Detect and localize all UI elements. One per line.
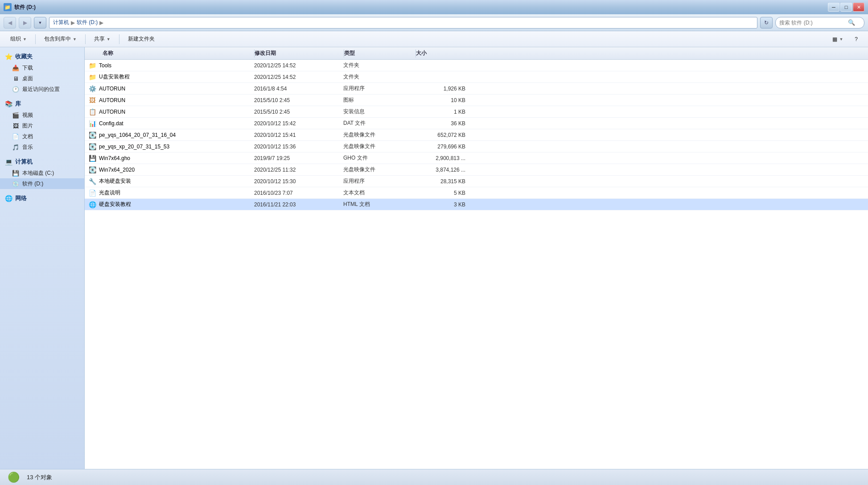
file-rows-container: 📁 Tools 2020/12/25 14:52 文件夹 📁 U盘安装教程 20… — [85, 60, 868, 210]
table-row[interactable]: 📁 U盘安装教程 2020/12/25 14:52 文件夹 — [85, 71, 868, 83]
titlebar-controls: ─ □ ✕ — [828, 3, 864, 12]
file-date-cell: 2020/12/25 14:52 — [254, 74, 343, 80]
titlebar-left: 📁 软件 (D:) — [4, 3, 36, 11]
minimize-button[interactable]: ─ — [828, 3, 839, 12]
file-name-cell: 📁 Tools — [85, 62, 254, 70]
sidebar-item-desktop[interactable]: 🖥 桌面 — [0, 73, 84, 84]
sidebar-library-header[interactable]: 📚 库 — [0, 98, 84, 110]
toolbar-sep-1 — [35, 34, 36, 44]
file-size-cell: 279,696 KB — [415, 144, 473, 150]
file-date-cell: 2019/9/7 19:25 — [254, 155, 343, 161]
new-folder-button[interactable]: 新建文件夹 — [123, 33, 160, 45]
file-name-cell: 💽 Win7x64_2020 — [85, 166, 254, 174]
table-row[interactable]: 💽 pe_yqs_xp_20_07_31_15_53 2020/10/12 15… — [85, 141, 868, 152]
file-list-area[interactable]: 名称 修改日期 类型 大小 📁 Tools 2020/12/25 14:52 文… — [85, 47, 868, 469]
search-bar[interactable]: 🔍 — [775, 17, 864, 29]
file-date-cell: 2020/10/12 15:30 — [254, 178, 343, 185]
desktop-icon: 🖥 — [12, 74, 20, 82]
sidebar-item-music[interactable]: 🎵 音乐 — [0, 142, 84, 152]
network-label: 网络 — [15, 194, 27, 202]
file-name: Win7x64_2020 — [99, 167, 135, 173]
file-name-cell: 🌐 硬盘安装教程 — [85, 201, 254, 209]
favorites-label: 收藏夹 — [15, 53, 33, 61]
file-name: 光盘说明 — [99, 189, 120, 197]
table-row[interactable]: 📄 光盘说明 2016/10/23 7:07 文本文档 5 KB — [85, 187, 868, 199]
table-row[interactable]: 💾 Win7x64.gho 2019/9/7 19:25 GHO 文件 2,90… — [85, 152, 868, 164]
file-type-cell: 应用程序 — [343, 85, 415, 92]
dropdown-button[interactable]: ▼ — [34, 17, 46, 29]
sidebar-section-computer: 💻 计算机 💾 本地磁盘 (C:) 💿 软件 (D:) — [0, 156, 84, 189]
file-type-cell: 光盘映像文件 — [343, 131, 415, 139]
address-bar: ◀ ▶ ▼ 计算机 ▶ 软件 (D:) ▶ ↻ 🔍 — [0, 14, 868, 31]
sidebar-section-network: 🌐 网络 — [0, 193, 84, 204]
table-row[interactable]: 💽 Win7x64_2020 2020/12/25 11:32 光盘映像文件 3… — [85, 164, 868, 176]
table-row[interactable]: 💽 pe_yqs_1064_20_07_31_16_04 2020/10/12 … — [85, 129, 868, 141]
file-date-cell: 2020/10/12 15:36 — [254, 144, 343, 150]
file-type-cell: 光盘映像文件 — [343, 166, 415, 173]
file-type-icon: 📊 — [88, 119, 96, 127]
file-size-cell: 1 KB — [415, 109, 473, 115]
help-button[interactable]: ? — [850, 33, 863, 45]
file-type-icon: 📄 — [88, 189, 96, 197]
sidebar-item-documents[interactable]: 📄 文档 — [0, 131, 84, 142]
sidebar-network-header[interactable]: 🌐 网络 — [0, 193, 84, 204]
table-row[interactable]: 📋 AUTORUN 2015/5/10 2:45 安装信息 1 KB — [85, 106, 868, 118]
organize-button[interactable]: 组织 ▼ — [5, 33, 32, 45]
share-button[interactable]: 共享 ▼ — [89, 33, 115, 45]
refresh-button[interactable]: ↻ — [760, 17, 773, 29]
col-size-header[interactable]: 大小 — [416, 49, 474, 57]
file-type-cell: 光盘映像文件 — [343, 143, 415, 150]
d-drive-label: 软件 (D:) — [22, 180, 43, 188]
downloads-icon: 📥 — [12, 64, 20, 72]
network-icon: 🌐 — [4, 194, 12, 202]
file-name: pe_yqs_1064_20_07_31_16_04 — [99, 132, 176, 138]
table-row[interactable]: 🔧 本地硬盘安装 2020/10/12 15:30 应用程序 28,315 KB — [85, 176, 868, 187]
sidebar-item-pictures[interactable]: 🖼 图片 — [0, 120, 84, 131]
breadcrumb-computer[interactable]: 计算机 — [53, 19, 69, 26]
sidebar-item-c-drive[interactable]: 💾 本地磁盘 (C:) — [0, 168, 84, 178]
library-button[interactable]: 包含到库中 ▼ — [39, 33, 82, 45]
view-button[interactable]: ▦ ▼ — [827, 33, 848, 45]
file-type-cell: 文本文档 — [343, 189, 415, 197]
sidebar-item-downloads[interactable]: 📥 下载 — [0, 62, 84, 73]
col-name-header[interactable]: 名称 — [85, 49, 254, 57]
close-button[interactable]: ✕ — [853, 3, 864, 12]
col-date-header[interactable]: 修改日期 — [255, 49, 344, 57]
file-type-cell: 安装信息 — [343, 108, 415, 115]
file-type-icon: 💾 — [88, 154, 96, 162]
table-row[interactable]: 📊 Config.dat 2020/10/12 15:42 DAT 文件 36 … — [85, 118, 868, 129]
search-input[interactable] — [779, 20, 846, 26]
file-type-icon: 📋 — [88, 108, 96, 116]
file-type-cell: DAT 文件 — [343, 119, 415, 127]
pictures-icon: 🖼 — [12, 122, 20, 130]
sidebar-computer-header[interactable]: 💻 计算机 — [0, 156, 84, 168]
file-name-cell: ⚙️ AUTORUN — [85, 85, 254, 93]
file-date-cell: 2016/1/8 4:54 — [254, 86, 343, 92]
table-row[interactable]: 📁 Tools 2020/12/25 14:52 文件夹 — [85, 60, 868, 71]
status-count: 13 个对象 — [27, 473, 52, 481]
toolbar: 组织 ▼ 包含到库中 ▼ 共享 ▼ 新建文件夹 ▦ ▼ ? — [0, 31, 868, 47]
file-size-cell: 36 KB — [415, 120, 473, 127]
file-size-cell: 10 KB — [415, 97, 473, 103]
forward-button[interactable]: ▶ — [19, 17, 31, 29]
file-type-icon: 📁 — [88, 62, 96, 70]
breadcrumb-drive[interactable]: 软件 (D:) — [77, 19, 98, 26]
file-size-cell: 28,315 KB — [415, 178, 473, 185]
table-row[interactable]: 🖼 AUTORUN 2015/5/10 2:45 图标 10 KB — [85, 95, 868, 106]
file-date-cell: 2016/10/23 7:07 — [254, 190, 343, 196]
c-drive-label: 本地磁盘 (C:) — [22, 169, 54, 177]
recent-label: 最近访问的位置 — [22, 86, 60, 93]
file-date-cell: 2016/11/21 22:03 — [254, 201, 343, 208]
downloads-label: 下载 — [22, 64, 33, 72]
table-row[interactable]: 🌐 硬盘安装教程 2016/11/21 22:03 HTML 文档 3 KB — [85, 199, 868, 210]
titlebar: 📁 软件 (D:) ─ □ ✕ — [0, 0, 868, 14]
table-row[interactable]: ⚙️ AUTORUN 2016/1/8 4:54 应用程序 1,926 KB — [85, 83, 868, 95]
col-type-header[interactable]: 类型 — [344, 49, 415, 57]
back-button[interactable]: ◀ — [4, 17, 16, 29]
sidebar-item-recent[interactable]: 🕐 最近访问的位置 — [0, 84, 84, 95]
sidebar-item-d-drive[interactable]: 💿 软件 (D:) — [0, 178, 84, 189]
share-dropdown-arrow: ▼ — [107, 37, 111, 41]
maximize-button[interactable]: □ — [840, 3, 852, 12]
sidebar-favorites-header[interactable]: ⭐ 收藏夹 — [0, 51, 84, 62]
sidebar-item-video[interactable]: 🎬 视频 — [0, 110, 84, 120]
